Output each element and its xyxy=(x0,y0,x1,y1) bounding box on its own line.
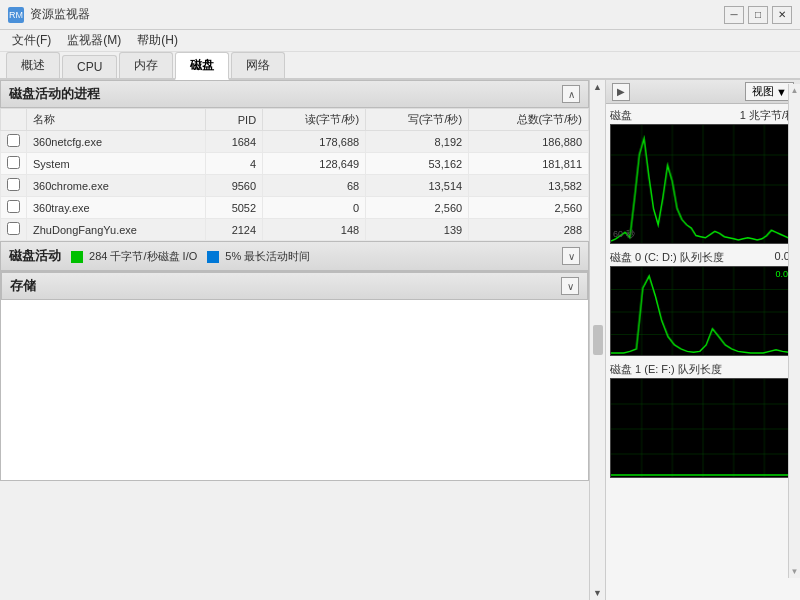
row-total: 2,560 xyxy=(469,197,589,219)
row-checkbox-cell[interactable] xyxy=(1,175,27,197)
table-row[interactable]: 360tray.exe 5052 0 2,560 2,560 xyxy=(1,197,589,219)
legend-io-text: 284 千字节/秒磁盘 I/O xyxy=(89,250,197,262)
row-write: 8,192 xyxy=(366,131,469,153)
left-scrollbar[interactable]: ▲ ▼ xyxy=(589,80,605,600)
chart-container-1: 磁盘 0 (C: D:) 队列长度 0.05 0.050 xyxy=(610,250,796,356)
chart-section: 磁盘 1 兆字节/秒 160 秒0 磁盘 0 (C: D:) 队列长度 0.05… xyxy=(606,104,800,600)
title-bar: RM 资源监视器 ─ □ ✕ xyxy=(0,0,800,30)
right-panel: ▶ 视图 ▼ 磁盘 1 兆字节/秒 160 秒0 磁盘 0 (C: D:) 队列… xyxy=(605,80,800,600)
menu-bar: 文件(F) 监视器(M) 帮助(H) xyxy=(0,30,800,52)
chart-axis-zero-1: 0 xyxy=(788,343,793,353)
chart-axis-top-1: 0.05 xyxy=(775,269,793,279)
row-checkbox-cell[interactable] xyxy=(1,197,27,219)
chart-label-left-1: 磁盘 0 (C: D:) 队列长度 xyxy=(610,250,724,265)
left-scroll-wrap: 磁盘活动的进程 ∧ 名称 PID 读(字节/秒) 写(字节/秒) 总数(字节/秒… xyxy=(0,80,605,600)
disk-processes-header[interactable]: 磁盘活动的进程 ∧ xyxy=(0,80,589,108)
row-pid: 4 xyxy=(205,153,262,175)
row-name: 360chrome.exe xyxy=(27,175,206,197)
chart-axis-zero-0: 0 xyxy=(788,231,793,241)
chart-axis-top-0: 1 xyxy=(788,127,793,137)
menu-help[interactable]: 帮助(H) xyxy=(129,30,186,51)
table-row[interactable]: 360chrome.exe 9560 68 13,514 13,582 xyxy=(1,175,589,197)
chart-label-0: 磁盘 1 兆字节/秒 xyxy=(610,108,796,123)
row-checkbox[interactable] xyxy=(7,222,20,235)
chart-label-2: 磁盘 1 (E: F:) 队列长度 1 xyxy=(610,362,796,377)
chart-canvas-0 xyxy=(611,125,795,244)
table-row[interactable]: System 4 128,649 53,162 181,811 xyxy=(1,153,589,175)
row-write: 139 xyxy=(366,219,469,241)
chart-wrap-2: 10 xyxy=(610,378,796,478)
app-icon: RM xyxy=(8,7,24,23)
col-read: 读(字节/秒) xyxy=(263,109,366,131)
legend-active: 5% 最长活动时间 xyxy=(207,249,310,264)
disk-activity-label: 磁盘活动 xyxy=(9,247,61,265)
chart-container-0: 磁盘 1 兆字节/秒 160 秒0 xyxy=(610,108,796,244)
close-button[interactable]: ✕ xyxy=(772,6,792,24)
chart-label-1: 磁盘 0 (C: D:) 队列长度 0.05 xyxy=(610,250,796,265)
right-expand-button[interactable]: ▶ xyxy=(612,83,630,101)
row-read: 0 xyxy=(263,197,366,219)
row-name: ZhuDongFangYu.exe xyxy=(27,219,206,241)
maximize-button[interactable]: □ xyxy=(748,6,768,24)
row-read: 148 xyxy=(263,219,366,241)
row-read: 68 xyxy=(263,175,366,197)
disk-activity-left: 磁盘活动 284 千字节/秒磁盘 I/O 5% 最长活动时间 xyxy=(9,247,310,265)
chart-canvas-1 xyxy=(611,267,795,356)
storage-section: 存储 ∨ xyxy=(0,271,589,481)
right-top-bar: ▶ 视图 ▼ xyxy=(606,80,800,104)
title-bar-controls: ─ □ ✕ xyxy=(724,6,792,24)
chart-label-right-0: 1 兆字节/秒 xyxy=(740,108,796,123)
tab-overview[interactable]: 概述 xyxy=(6,52,60,78)
legend-io: 284 千字节/秒磁盘 I/O xyxy=(71,249,197,264)
row-read: 178,688 xyxy=(263,131,366,153)
row-total: 181,811 xyxy=(469,153,589,175)
chart-label-right-2: 1 xyxy=(790,362,796,377)
view-dropdown-icon: ▼ xyxy=(776,86,787,98)
row-checkbox-cell[interactable] xyxy=(1,219,27,241)
chart-axis-zero-2: 0 xyxy=(788,465,793,475)
row-name: System xyxy=(27,153,206,175)
chart-container-2: 磁盘 1 (E: F:) 队列长度 1 10 xyxy=(610,362,796,478)
view-label: 视图 xyxy=(752,84,774,99)
row-write: 53,162 xyxy=(366,153,469,175)
row-total: 186,880 xyxy=(469,131,589,153)
tab-network[interactable]: 网络 xyxy=(231,52,285,78)
col-total: 总数(字节/秒) xyxy=(469,109,589,131)
row-pid: 1684 xyxy=(205,131,262,153)
tab-cpu[interactable]: CPU xyxy=(62,55,117,78)
menu-file[interactable]: 文件(F) xyxy=(4,30,59,51)
chart-label-right-1: 0.05 xyxy=(775,250,796,265)
chart-label-left-2: 磁盘 1 (E: F:) 队列长度 xyxy=(610,362,722,377)
minimize-button[interactable]: ─ xyxy=(724,6,744,24)
storage-header[interactable]: 存储 ∨ xyxy=(1,272,588,300)
row-pid: 2124 xyxy=(205,219,262,241)
row-checkbox-cell[interactable] xyxy=(1,153,27,175)
chart-axis-top-2: 1 xyxy=(788,381,793,391)
menu-monitor[interactable]: 监视器(M) xyxy=(59,30,129,51)
table-row[interactable]: 360netcfg.exe 1684 178,688 8,192 186,880 xyxy=(1,131,589,153)
tab-memory[interactable]: 内存 xyxy=(119,52,173,78)
table-row[interactable]: ZhuDongFangYu.exe 2124 148 139 288 xyxy=(1,219,589,241)
main-layout: 磁盘活动的进程 ∧ 名称 PID 读(字节/秒) 写(字节/秒) 总数(字节/秒… xyxy=(0,80,800,600)
legend-active-text: 5% 最长活动时间 xyxy=(225,250,310,262)
row-checkbox[interactable] xyxy=(7,156,20,169)
disk-activity-bar[interactable]: 磁盘活动 284 千字节/秒磁盘 I/O 5% 最长活动时间 ∨ xyxy=(0,241,589,271)
row-checkbox[interactable] xyxy=(7,200,20,213)
chart-canvas-2 xyxy=(611,379,795,478)
view-button[interactable]: 视图 ▼ xyxy=(745,82,794,101)
disk-processes-chevron[interactable]: ∧ xyxy=(562,85,580,103)
row-checkbox[interactable] xyxy=(7,178,20,191)
col-pid: PID xyxy=(205,109,262,131)
chart-label-left-0: 磁盘 xyxy=(610,108,632,123)
storage-chevron[interactable]: ∨ xyxy=(561,277,579,295)
title-bar-title: 资源监视器 xyxy=(30,6,90,23)
disk-processes-title: 磁盘活动的进程 xyxy=(9,85,100,103)
row-checkbox-cell[interactable] xyxy=(1,131,27,153)
tab-disk[interactable]: 磁盘 xyxy=(175,52,229,80)
disk-activity-chevron[interactable]: ∨ xyxy=(562,247,580,265)
legend-green-box xyxy=(71,251,83,263)
chart-wrap-0: 160 秒0 xyxy=(610,124,796,244)
storage-title: 存储 xyxy=(10,277,36,295)
row-checkbox[interactable] xyxy=(7,134,20,147)
row-read: 128,649 xyxy=(263,153,366,175)
